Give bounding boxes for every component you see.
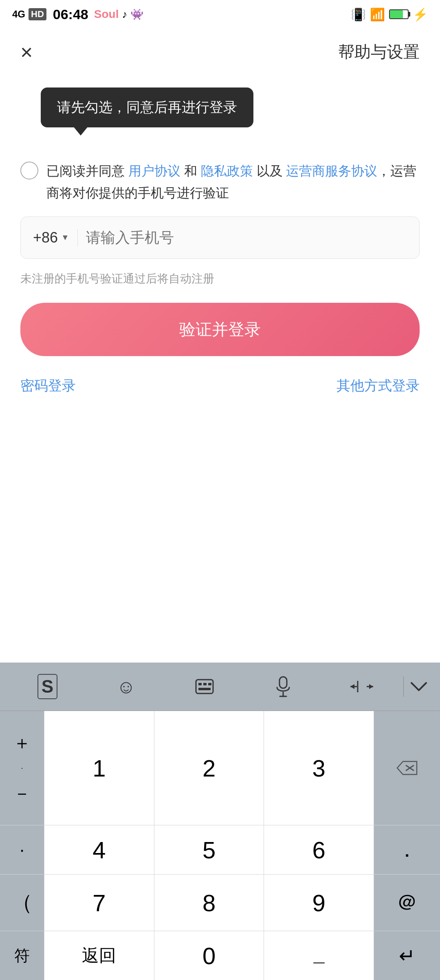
other-login-link[interactable]: 其他方式登录: [337, 376, 420, 395]
keyboard-toolbar: S ☺: [0, 663, 440, 711]
svg-marker-12: [369, 684, 373, 689]
dropdown-arrow-icon: ▼: [61, 233, 69, 242]
country-code-value: +86: [33, 229, 58, 246]
page-title: 帮助与设置: [338, 41, 420, 63]
agreement-and1: 和: [180, 164, 201, 178]
status-left: 4G HD 06:48 Soul ♪ 👾: [12, 7, 143, 22]
key-4[interactable]: 4: [44, 825, 154, 874]
tooltip-bubble: 请先勾选，同意后再进行登录: [41, 88, 253, 127]
keyboard-area: S ☺: [0, 663, 440, 980]
key-5[interactable]: 5: [154, 825, 264, 874]
delete-key[interactable]: [374, 711, 440, 825]
svg-marker-9: [350, 684, 354, 689]
phone-input-container: +86 ▼: [20, 217, 420, 259]
vibrate-icon: 📳: [351, 7, 366, 22]
agreement-checkbox[interactable]: [20, 162, 38, 179]
dot-key-side[interactable]: ·: [21, 761, 23, 775]
password-login-link[interactable]: 密码登录: [20, 376, 76, 395]
battery-icon: [389, 9, 409, 19]
agreement-and2: 以及: [253, 164, 286, 178]
wifi-icon: 📶: [370, 7, 385, 22]
time: 06:48: [53, 7, 88, 22]
battery-fill: [390, 10, 403, 18]
agreement-section: 已阅读并同意 用户协议 和 隐私政策 以及 运营商服务协议，运营商将对你提供的手…: [20, 160, 420, 204]
verify-login-button[interactable]: 验证并登录: [20, 303, 420, 356]
hd-indicator: HD: [29, 8, 46, 20]
top-nav: × 帮助与设置: [0, 33, 440, 71]
keyboard-collapse-button[interactable]: [406, 672, 432, 701]
paren-key[interactable]: （: [0, 875, 44, 931]
key-0[interactable]: 0: [154, 931, 264, 980]
privacy-policy-link[interactable]: 隐私政策: [201, 164, 253, 178]
agreement-text: 已阅读并同意 用户协议 和 隐私政策 以及 运营商服务协议，运营商将对你提供的手…: [46, 160, 420, 204]
charging-icon: ⚡: [413, 7, 428, 22]
svg-rect-2: [203, 683, 207, 685]
user-agreement-link[interactable]: 用户协议: [128, 164, 180, 178]
emoji-icon[interactable]: ☺: [87, 672, 165, 702]
music-icon: ♪: [122, 8, 127, 21]
network-indicator: 4G: [12, 9, 25, 20]
keyboard-row-2: · 4 5 6 ．: [0, 825, 440, 874]
toolbar-divider: [403, 676, 404, 697]
tooltip-container: 请先勾选，同意后再进行登录: [20, 75, 420, 140]
plus-key[interactable]: ＋: [13, 725, 31, 761]
key-6[interactable]: 6: [264, 825, 374, 874]
key-9[interactable]: 9: [264, 875, 374, 931]
back-key[interactable]: 返回: [44, 931, 154, 980]
enter-key[interactable]: ↵: [374, 931, 440, 980]
tooltip-text: 请先勾选，同意后再进行登录: [57, 99, 237, 115]
bottom-links: 密码登录 其他方式登录: [0, 364, 440, 407]
side-col-row1: ＋ · －: [0, 711, 44, 825]
space-key[interactable]: ＿: [264, 931, 374, 980]
agreement-prefix: 已阅读并同意: [46, 164, 128, 178]
sogou-keyboard-icon[interactable]: S: [8, 670, 87, 703]
phone-number-input[interactable]: [86, 229, 407, 246]
keyboard-row-4: 符 返回 0 ＿ ↵: [0, 931, 440, 980]
side-dot-key[interactable]: ·: [0, 825, 44, 874]
svg-rect-3: [208, 683, 211, 685]
key-1[interactable]: 1: [44, 711, 154, 825]
svg-rect-0: [196, 680, 213, 693]
svg-rect-1: [198, 683, 202, 685]
status-bar: 4G HD 06:48 Soul ♪ 👾 📳 📶 ⚡: [0, 0, 440, 28]
keyboard-row-3: （ 7 8 9 ＠: [0, 875, 440, 931]
at-key[interactable]: ＠: [374, 875, 440, 931]
hint-text: 未注册的手机号验证通过后将自动注册: [20, 271, 420, 287]
discord-icon: 👾: [130, 8, 143, 21]
keyboard-switch-icon[interactable]: [165, 675, 244, 698]
symbol-key[interactable]: 符: [0, 931, 44, 980]
carrier-agreement-link[interactable]: 运营商服务协议: [286, 164, 377, 178]
status-right: 📳 📶 ⚡: [351, 7, 428, 22]
key-3[interactable]: 3: [264, 711, 374, 825]
close-button[interactable]: ×: [20, 42, 33, 63]
soul-icon: Soul: [94, 8, 119, 21]
key-7[interactable]: 7: [44, 875, 154, 931]
minus-key[interactable]: －: [13, 775, 31, 811]
period-key[interactable]: ．: [374, 825, 440, 874]
country-code-selector[interactable]: +86 ▼: [33, 229, 78, 246]
voice-input-icon[interactable]: [244, 672, 323, 701]
key-8[interactable]: 8: [154, 875, 264, 931]
keyboard-row-1: ＋ · － 1 2 3: [0, 711, 440, 825]
key-2[interactable]: 2: [154, 711, 264, 825]
svg-rect-5: [279, 677, 287, 688]
svg-rect-4: [198, 688, 211, 690]
cursor-move-icon[interactable]: [323, 674, 401, 700]
